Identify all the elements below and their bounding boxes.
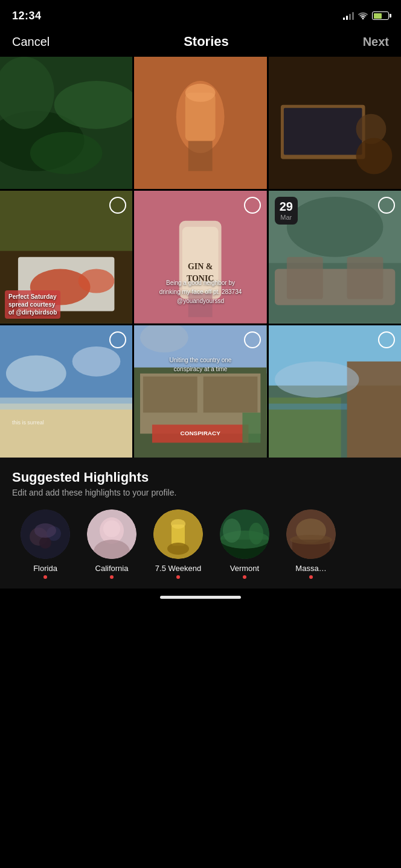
home-bar <box>160 596 241 599</box>
overlay-text-4: Perfect Saturdayspread courtesyof @dirty… <box>5 290 60 319</box>
svg-text:this is surreal: this is surreal <box>12 420 44 426</box>
photo-image-3 <box>269 57 401 189</box>
highlight-item-weekend[interactable]: 7.5 Weekend <box>145 509 211 579</box>
svg-point-19 <box>79 269 115 293</box>
highlight-dot-massa <box>309 575 313 579</box>
highlight-dot-vermont <box>243 575 246 579</box>
svg-rect-12 <box>284 108 362 155</box>
svg-rect-29 <box>287 257 323 299</box>
svg-point-51 <box>275 361 359 397</box>
svg-point-14 <box>356 138 392 174</box>
highlight-avatar-california <box>87 509 136 559</box>
overlay-text-5: Being a good neighbor bydrinking my face… <box>141 278 260 305</box>
svg-point-57 <box>34 523 56 538</box>
svg-point-3 <box>30 132 103 174</box>
home-indicator <box>0 589 401 604</box>
selection-circle-5[interactable] <box>244 197 261 214</box>
svg-point-56 <box>39 537 51 549</box>
highlight-label-vermont: Vermont <box>230 564 259 573</box>
photo-cell-3[interactable] <box>269 57 401 189</box>
date-badge-6: 29 Mar <box>275 197 298 224</box>
highlight-dot-california <box>110 575 114 579</box>
highlight-dot-weekend <box>176 575 180 579</box>
highlight-item-florida[interactable]: Florida <box>12 509 79 579</box>
photo-grid: Perfect Saturdayspread courtesyof @dirty… <box>0 57 401 458</box>
selection-circle-9[interactable] <box>378 331 395 348</box>
svg-rect-52 <box>269 403 347 409</box>
highlight-avatar-massa <box>286 509 336 559</box>
nav-bar: Cancel Stories Next <box>0 29 401 57</box>
svg-text:GIN &: GIN & <box>188 262 213 271</box>
svg-rect-30 <box>347 257 383 299</box>
svg-point-74 <box>290 535 332 544</box>
highlight-item-california[interactable]: California <box>79 509 145 579</box>
photo-cell-1[interactable] <box>0 57 132 189</box>
status-bar: 12:34 <box>0 0 401 29</box>
wifi-icon <box>358 11 368 21</box>
status-time: 12:34 <box>12 10 42 22</box>
svg-point-69 <box>223 519 241 543</box>
svg-rect-34 <box>0 397 132 409</box>
highlights-subtitle: Edit and add these highlights to your pr… <box>12 488 389 497</box>
selection-circle-8[interactable] <box>244 331 261 348</box>
highlight-avatar-florida <box>21 509 70 559</box>
svg-rect-45 <box>243 412 261 442</box>
highlight-avatar-vermont <box>220 509 269 559</box>
highlights-section: Suggested Highlights Edit and add these … <box>0 458 401 589</box>
svg-text:CONSPIRACY: CONSPIRACY <box>181 430 221 436</box>
svg-rect-42 <box>204 376 258 412</box>
svg-point-31 <box>287 197 383 257</box>
photo-image-1 <box>0 57 132 189</box>
svg-point-36 <box>72 346 121 377</box>
date-day: 29 <box>280 199 293 214</box>
svg-point-65 <box>167 543 189 555</box>
photo-image-2 <box>134 57 266 189</box>
photo-cell-9[interactable] <box>269 325 401 458</box>
svg-rect-41 <box>143 376 197 412</box>
svg-point-61 <box>103 520 120 537</box>
selection-circle-7[interactable] <box>109 331 126 348</box>
cancel-button[interactable]: Cancel <box>12 35 50 49</box>
highlights-title: Suggested Highlights <box>12 470 389 485</box>
highlight-label-california: California <box>95 564 129 573</box>
svg-rect-9 <box>188 141 213 171</box>
highlight-label-massa: Massa… <box>295 564 326 573</box>
photo-cell-2[interactable] <box>134 57 266 189</box>
highlight-dot-florida <box>43 575 47 579</box>
photo-cell-6[interactable]: 29 Mar <box>269 191 401 323</box>
highlight-item-massa[interactable]: Massa… <box>278 509 344 579</box>
photo-cell-8[interactable]: CONSPIRACY Uniting the country oneconspi… <box>134 325 266 458</box>
overlay-text-8: Uniting the country oneconspiracy at a t… <box>141 356 260 374</box>
svg-point-35 <box>6 356 66 392</box>
page-title: Stories <box>184 34 229 49</box>
date-month: Mar <box>280 214 293 222</box>
signal-icon <box>343 11 354 20</box>
svg-point-8 <box>185 84 216 102</box>
svg-rect-33 <box>0 403 132 458</box>
photo-cell-4[interactable]: Perfect Saturdayspread courtesyof @dirty… <box>0 191 132 323</box>
svg-point-70 <box>249 523 263 544</box>
status-icons <box>343 11 389 21</box>
highlights-row: Florida California <box>12 509 389 579</box>
highlight-avatar-weekend <box>153 509 203 559</box>
photo-cell-5[interactable]: GIN & TONIC Being a good neighbor bydrin… <box>134 191 266 323</box>
svg-point-64 <box>171 519 185 529</box>
highlight-item-vermont[interactable]: Vermont <box>211 509 278 579</box>
highlight-label-weekend: 7.5 Weekend <box>155 564 201 573</box>
next-button[interactable]: Next <box>363 35 389 49</box>
highlight-label-florida: Florida <box>33 564 57 573</box>
battery-icon <box>372 11 389 20</box>
photo-cell-7[interactable]: this is surreal <box>0 325 132 458</box>
